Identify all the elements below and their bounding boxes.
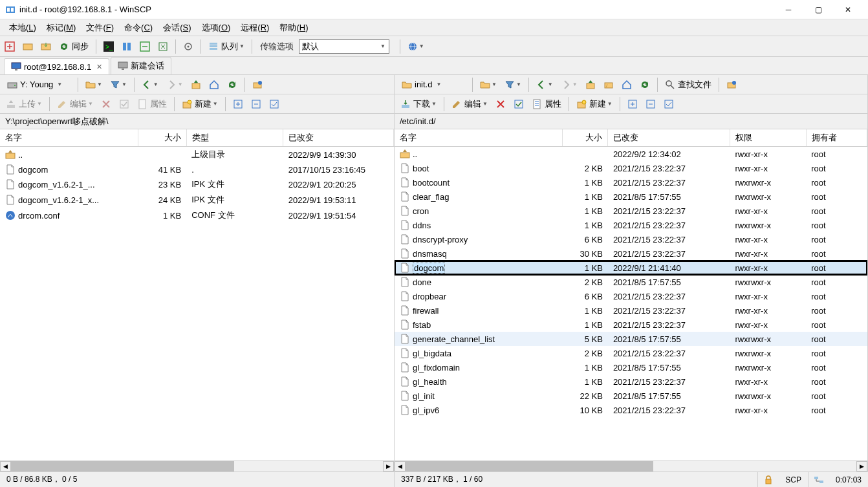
table-row[interactable]: boot2 KB2021/2/15 23:22:37rwxr-xr-xroot [395,161,867,175]
folder-open-button[interactable]: ▼ [477,77,500,92]
local-filelist[interactable]: 名字 大小 类型 已改变 ..上级目录2022/9/9 14:39:30dogc… [0,129,394,460]
plus-button[interactable] [624,96,641,112]
table-row[interactable]: drcom.conf1 KBCONF 文件2022/9/1 19:51:54 [0,208,394,223]
table-row[interactable]: gl_health1 KB2021/2/15 23:22:37rwxr-xr-x… [395,374,867,389]
col-changed[interactable]: 已改变 [283,129,394,147]
table-row[interactable]: dogcom_v1.6.2-1_x...24 KBIPK 文件2022/9/1 … [0,192,394,208]
table-row[interactable]: dnscrypt-proxy6 KB2021/2/15 23:22:37rwxr… [395,232,867,246]
menu-item[interactable]: 标记(M) [41,21,81,35]
col-changed[interactable]: 已改变 [608,129,730,147]
back-button[interactable]: ▼ [138,77,162,92]
minus-button[interactable] [642,96,659,112]
bookmark-button[interactable] [723,77,740,92]
table-row[interactable]: dogcom_v1.6.2-1_...23 KBIPK 文件2022/9/1 2… [0,177,394,192]
new-button[interactable]: 新建 ▼ [573,96,616,112]
check-button[interactable] [266,96,283,112]
col-size[interactable]: 大小 [562,129,608,147]
mark-button[interactable] [510,96,527,112]
table-row[interactable]: dogcom1 KB2022/9/1 21:41:40rwxr-xr-xroot [395,261,867,275]
toolbar-btn-7[interactable] [155,39,171,54]
toolbar-btn-5[interactable] [118,39,135,54]
plus-button[interactable] [230,96,246,112]
scroll-left-button[interactable]: ◀ [0,461,11,471]
check-button[interactable] [660,96,677,112]
close-button[interactable]: ✕ [833,0,863,19]
sync-button[interactable]: 同步 [56,39,92,54]
edit-button[interactable]: 编辑 ▼ [448,96,491,112]
menu-item[interactable]: 本地(L) [4,21,41,35]
forward-button[interactable]: ▼ [163,77,186,92]
table-row[interactable]: ddns1 KB2021/2/15 23:22:37rwxrwxr-xroot [395,218,867,232]
folder-open-button[interactable]: ▼ [82,77,105,92]
horizontal-scrollbar[interactable]: ◀ ▶ [0,460,394,471]
new-button[interactable]: 新建 ▼ [179,96,221,112]
remote-folder-button[interactable]: init.d ▼ [397,78,468,92]
col-type[interactable]: 类型 [186,129,283,147]
toolbar-btn-3[interactable] [38,39,54,54]
filter-button[interactable]: ▼ [501,77,525,92]
find-button[interactable]: 查找文件 [662,77,715,92]
delete-button[interactable] [98,96,114,112]
up-button[interactable] [582,77,599,92]
download-button[interactable]: 下载 ▼ [397,96,440,112]
transfer-select[interactable] [299,39,389,54]
up-button[interactable] [188,77,204,92]
table-row[interactable]: ..2022/9/2 12:34:02rwxr-xr-xroot [395,147,867,162]
toolbar-btn-6[interactable] [136,39,153,54]
filter-button[interactable]: ▼ [107,77,130,92]
close-icon[interactable]: ✕ [96,63,102,71]
local-drive-button[interactable]: Y: Young ▼ [3,78,74,92]
scroll-left-button[interactable]: ◀ [395,461,406,471]
toolbar-btn-1[interactable] [1,39,18,54]
table-row[interactable]: gl_bigdata2 KB2021/2/15 23:22:37rwxrwxr-… [395,346,867,360]
table-row[interactable]: ..上级目录2022/9/9 14:39:30 [0,147,394,163]
menu-item[interactable]: 文件(F) [81,21,119,35]
table-row[interactable]: bootcount1 KB2021/2/15 23:22:37rwxrwxr-x… [395,175,867,189]
queue-button[interactable]: 队列 ▼ [205,39,248,54]
menu-item[interactable]: 命令(C) [119,21,158,35]
minimize-button[interactable]: ─ [774,0,803,19]
table-row[interactable]: cron1 KB2021/2/15 23:22:37rwxr-xr-xroot [395,204,867,218]
scroll-right-button[interactable]: ▶ [856,461,867,471]
minus-button[interactable] [248,96,265,112]
menu-item[interactable]: 远程(R) [235,21,274,35]
table-row[interactable]: dogcom41 KB.2017/10/15 23:16:45 [0,162,394,177]
refresh-button[interactable] [636,77,653,92]
edit-button[interactable]: 编辑 ▼ [54,96,96,112]
maximize-button[interactable]: ▢ [803,0,833,19]
forward-button[interactable]: ▼ [558,77,581,92]
scroll-right-button[interactable]: ▶ [383,461,394,471]
table-row[interactable]: gl_ipv610 KB2021/2/15 23:22:37rwxr-xr-xr… [395,403,867,417]
table-row[interactable]: firewall1 KB2021/2/15 23:22:37rwxr-xr-xr… [395,303,867,318]
bookmark-button[interactable] [249,77,266,92]
table-row[interactable]: dnsmasq30 KB2021/2/15 23:22:37rwxr-xr-xr… [395,246,867,261]
tab-new-session[interactable]: 新建会话 [111,57,171,74]
table-row[interactable]: fstab1 KB2021/2/15 23:22:37rwxr-xr-xroot [395,318,867,332]
globe-button[interactable]: ▼ [404,39,428,54]
settings-button[interactable] [180,39,197,54]
home-button[interactable] [206,77,222,92]
tab-session[interactable]: root@192.168.8.1 ✕ [4,58,109,74]
menu-item[interactable]: 选项(O) [197,21,236,35]
toolbar-btn-2[interactable] [19,39,36,54]
col-rights[interactable]: 权限 [730,129,806,147]
remote-filelist[interactable]: 名字 大小 已改变 权限 拥有者 ..2022/9/2 12:34:02rwxr… [395,129,867,460]
col-name[interactable]: 名字 [0,129,138,147]
properties-button[interactable]: 属性 [134,96,170,112]
table-row[interactable]: gl_init22 KB2021/8/5 17:57:55rwxrwxr-xro… [395,389,867,403]
table-row[interactable]: gl_fixdomain1 KB2021/8/5 17:57:55rwxrwxr… [395,360,867,374]
col-size[interactable]: 大小 [138,129,187,147]
menu-item[interactable]: 会话(S) [158,21,196,35]
properties-button[interactable]: 属性 [528,96,565,112]
table-row[interactable]: clear_flag1 KB2021/8/5 17:57:55rwxrwxr-x… [395,189,867,204]
delete-button[interactable] [492,96,509,112]
col-owner[interactable]: 拥有者 [806,129,867,147]
col-name[interactable]: 名字 [395,129,562,147]
menu-item[interactable]: 帮助(H) [274,21,313,35]
table-row[interactable]: dropbear6 KB2021/2/15 23:22:37rwxr-xr-xr… [395,289,867,303]
terminal-button[interactable]: >_ [100,39,117,54]
back-button[interactable]: ▼ [533,77,556,92]
table-row[interactable]: generate_channel_list5 KB2021/8/5 17:57:… [395,332,867,346]
table-row[interactable]: done2 KB2021/8/5 17:57:55rwxrwxr-xroot [395,275,867,289]
mark-button[interactable] [116,96,133,112]
